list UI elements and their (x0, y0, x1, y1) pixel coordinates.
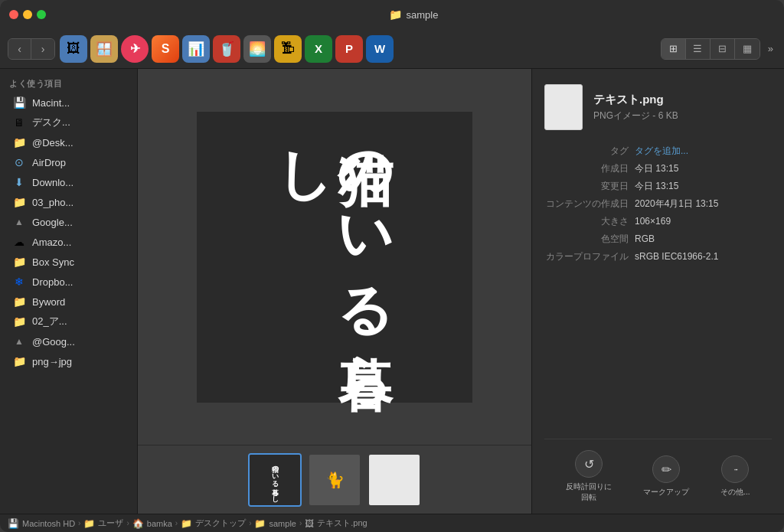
airdrop-icon: ⊙ (12, 155, 26, 169)
google-drive-icon: ▲ (12, 215, 26, 229)
sidebar-item-desk-folder[interactable]: 📁 @Desk... (3, 132, 134, 152)
sidebar-item-label: Google... (32, 217, 73, 228)
traffic-lights (9, 10, 46, 19)
breadcrumb-item-file: 🖼 テキスト.png (305, 517, 367, 529)
info-row-tag: タグ タグを追加... (544, 142, 772, 160)
view-mode-buttons: ⊞ ☰ ⊟ ▦ (661, 38, 760, 60)
app-diet[interactable]: 🥤 (213, 35, 240, 63)
content-body: 猫のいる暮らし 猫のいる暮らし 🐈 (138, 69, 784, 514)
sidebar-item-label: 02_ア... (32, 315, 67, 328)
sidebar-item-downloads[interactable]: ⬇ Downlo... (3, 172, 134, 192)
app-image-tool[interactable]: 🌅 (243, 35, 271, 63)
file-name: テキスト.png (593, 93, 678, 107)
sidebar-item-label: @Goog... (32, 336, 75, 348)
info-key-size: 大きさ (544, 215, 629, 228)
folder-icon: 📁 (12, 295, 26, 308)
sidebar-item-label: Amazo... (32, 237, 71, 248)
info-val-colorspace: RGB (635, 233, 655, 244)
view-column-button[interactable]: ⊟ (710, 39, 735, 59)
info-val-content-created: 2020年4月1日 13:15 (635, 197, 718, 211)
info-key-colorprofile: カラープロファイル (544, 250, 629, 263)
sidebar-item-label: png→jpg (32, 356, 72, 367)
google-drive-icon: ▲ (12, 335, 26, 348)
thumbnail-1[interactable]: 🐈 (308, 453, 361, 507)
folder-icon: 📁 (254, 518, 266, 529)
sidebar-item-02a[interactable]: 📁 02_ア... (3, 312, 134, 331)
info-row-size: 大きさ 106×169 (544, 213, 772, 230)
sidebar-item-label: 03_pho... (32, 197, 74, 208)
breadcrumb-item-desktop: 📁 デスクトップ (181, 517, 246, 529)
cloud-icon: ☁ (12, 235, 26, 249)
info-key-tag: タグ (544, 145, 629, 158)
info-key-created: 作成日 (544, 162, 629, 175)
thumb-white-image (369, 455, 420, 505)
folder-icon: 📁 (12, 195, 26, 209)
app-archive[interactable]: 🗜 (274, 35, 302, 63)
sidebar-item-png-jpg[interactable]: 📁 png→jpg (3, 351, 134, 371)
sidebar-item-label: Dropbo... (32, 276, 73, 288)
toolbar-more-button[interactable]: » (765, 43, 776, 54)
file-preview-area: 猫のいる暮らし 猫のいる暮らし 🐈 (138, 69, 531, 514)
more-button[interactable]: ··· その他... (720, 455, 750, 498)
sidebar-item-label: Downlo... (32, 177, 74, 188)
forward-button[interactable]: › (31, 39, 54, 59)
sidebar-item-dropbox[interactable]: ❄ Dropbo... (3, 272, 134, 292)
sidebar-item-03pho[interactable]: 📁 03_pho... (3, 192, 134, 212)
sidebar-item-google2[interactable]: ▲ @Goog... (3, 331, 134, 351)
app-photo-slideshow[interactable]: 🪟 (90, 35, 118, 63)
sidebar-section-title: よく使う項目 (0, 75, 137, 93)
rotate-button[interactable]: ↺ 反時計回りに回転 (566, 450, 612, 503)
sidebar-item-desktop[interactable]: 🖥 デスク... (3, 113, 134, 132)
close-button[interactable] (9, 10, 18, 19)
app-sublime-text[interactable]: S (152, 35, 179, 63)
sidebar-item-amazon[interactable]: ☁ Amazo... (3, 232, 134, 252)
sidebar-item-macintosh[interactable]: 💾 Macint... (3, 93, 134, 113)
downloads-icon: ⬇ (12, 175, 26, 189)
breadcrumb-sep: › (78, 519, 80, 527)
drive-icon: 💾 (8, 518, 19, 529)
sidebar-item-google-drive[interactable]: ▲ Google... (3, 212, 134, 232)
file-title-block: テキスト.png PNGイメージ - 6 KB (593, 93, 678, 122)
thumbnail-strip: 猫のいる暮らし 🐈 (138, 445, 531, 514)
folder-icon: 📁 (181, 518, 192, 529)
sidebar-item-label: Macint... (32, 97, 70, 109)
action-bar: ↺ 反時計回りに回転 ✏ マークアップ ··· その他... (544, 439, 772, 514)
sidebar-item-byword[interactable]: 📁 Byword (3, 292, 134, 312)
content-area: 猫のいる暮らし 猫のいる暮らし 🐈 (138, 69, 784, 514)
sidebar: よく使う項目 💾 Macint... 🖥 デスク... 📁 @Desk... ⊙… (0, 69, 138, 514)
sidebar-item-label: Byword (32, 296, 65, 308)
back-button[interactable]: ‹ (8, 39, 31, 59)
app-preview[interactable]: 🖼 (60, 35, 87, 63)
thumb-jp-text: 猫のいる暮らし (250, 455, 300, 505)
app-word[interactable]: W (366, 35, 394, 63)
markup-label: マークアップ (643, 487, 689, 498)
sidebar-item-airdrop[interactable]: ⊙ AirDrop (3, 152, 134, 172)
rotate-label: 反時計回りに回転 (566, 481, 612, 503)
folder-icon: 📁 (83, 518, 95, 529)
maximize-button[interactable] (37, 10, 46, 19)
sidebar-item-box-sync[interactable]: 📁 Box Sync (3, 252, 134, 272)
rotate-icon: ↺ (575, 450, 603, 478)
view-grid-button[interactable]: ⊞ (662, 39, 686, 59)
info-key-content-created: コンテンツの作成日 (544, 197, 629, 211)
view-cover-button[interactable]: ▦ (735, 39, 760, 59)
info-row-modified: 変更日 今日 13:15 (544, 178, 772, 195)
file-header: テキスト.png PNGイメージ - 6 KB (544, 84, 772, 130)
window-title: 📁 sample (52, 8, 775, 21)
thumbnail-2[interactable] (368, 453, 421, 507)
view-list-button[interactable]: ☰ (686, 39, 710, 59)
breadcrumb-item-user: 📁 ユーザ (83, 517, 123, 529)
more-icon: ··· (721, 455, 749, 483)
thumbnail-0[interactable]: 猫のいる暮らし (248, 453, 302, 507)
minimize-button[interactable] (23, 10, 32, 19)
app-excel[interactable]: X (305, 35, 332, 63)
app-airmail[interactable]: ✈ (121, 35, 149, 63)
info-val-tag[interactable]: タグを追加... (635, 145, 688, 158)
sidebar-item-label: @Desk... (32, 137, 74, 149)
folder-icon: 📁 (12, 315, 26, 328)
markup-button[interactable]: ✏ マークアップ (643, 455, 689, 498)
preview-text: 猫のいる暮らし (274, 112, 395, 403)
app-keynote[interactable]: 📊 (182, 35, 210, 63)
info-row-created: 作成日 今日 13:15 (544, 160, 772, 178)
app-powerpoint[interactable]: P (335, 35, 363, 63)
